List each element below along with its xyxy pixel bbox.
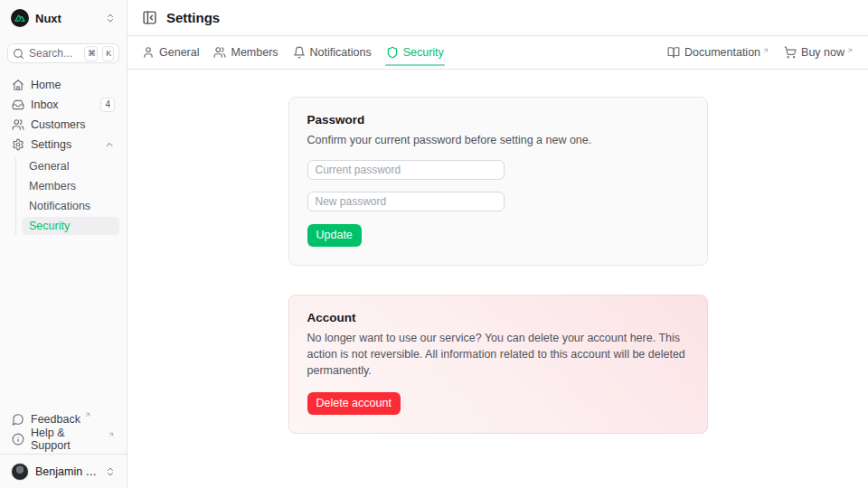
sidebar-item-label: Settings — [31, 138, 71, 151]
search-input[interactable] — [29, 47, 80, 60]
sidebar-item-label: Customers — [31, 118, 85, 131]
main-area: Settings General Members — [127, 0, 868, 488]
kbd-cmd: ⌘ — [84, 46, 98, 61]
help-support-link[interactable]: Help & Support — [7, 430, 119, 448]
sidebar-item-members[interactable]: Members — [22, 177, 119, 195]
sidebar-item-label: Notifications — [29, 200, 90, 212]
tab-general[interactable]: General — [142, 36, 199, 69]
delete-account-button[interactable]: Delete account — [307, 392, 401, 415]
account-card-title: Account — [307, 311, 689, 324]
tab-label: General — [159, 46, 199, 59]
team-name: Nuxt — [35, 12, 61, 25]
kbd-k: K — [102, 46, 114, 61]
inbox-count-badge: 4 — [100, 98, 115, 112]
account-card-description: No longer want to use our service? You c… — [307, 330, 689, 379]
shopping-cart-icon — [784, 46, 797, 59]
buy-now-link[interactable]: Buy now — [784, 46, 854, 59]
page-title: Settings — [166, 10, 220, 25]
tab-members[interactable]: Members — [213, 36, 278, 69]
info-icon — [12, 433, 24, 446]
footer-link-label: Help & Support — [31, 427, 104, 452]
message-circle-icon — [12, 413, 24, 426]
sidebar-item-label: Members — [29, 180, 76, 192]
chevron-up-icon — [104, 139, 115, 150]
chevrons-up-down-icon — [105, 13, 116, 23]
sidebar: Nuxt ⌘ K Home Inbo — [0, 0, 127, 488]
current-password-field[interactable] — [307, 160, 505, 180]
user-menu[interactable]: Benjamin Canac — [7, 455, 119, 488]
book-open-icon — [667, 46, 680, 59]
settings-subnav: General Members Notifications Security — [15, 157, 119, 235]
panel-left-close-icon[interactable] — [142, 10, 157, 25]
external-link-icon — [108, 431, 115, 438]
new-password-field[interactable] — [307, 192, 505, 211]
sidebar-item-notifications[interactable]: Notifications — [22, 197, 119, 215]
tab-security[interactable]: Security — [386, 36, 444, 69]
account-card: Account No longer want to use our servic… — [288, 295, 708, 433]
sidebar-item-label: Home — [31, 79, 61, 91]
password-card-description: Confirm your current password before set… — [307, 132, 689, 148]
tab-bar: General Members Notifications — [127, 36, 868, 70]
sidebar-item-inbox[interactable]: Inbox 4 — [7, 96, 119, 114]
gear-icon — [12, 138, 24, 151]
nuxt-logo-icon — [11, 9, 29, 27]
documentation-link[interactable]: Documentation — [667, 46, 769, 59]
sidebar-item-label: Inbox — [31, 99, 59, 111]
sidebar-item-general[interactable]: General — [22, 157, 119, 175]
external-link-icon — [846, 47, 854, 54]
chevrons-up-down-icon — [105, 466, 116, 477]
header-link-label: Buy now — [801, 46, 844, 59]
sidebar-item-label: General — [29, 160, 69, 173]
header-links: Documentation Buy now — [667, 46, 854, 59]
sidebar-item-security[interactable]: Security — [22, 217, 119, 235]
users-icon — [12, 118, 24, 131]
user-name: Benjamin Canac — [35, 465, 99, 478]
app-window: Nuxt ⌘ K Home Inbo — [0, 0, 868, 488]
sidebar-item-label: Security — [29, 220, 70, 232]
user-icon — [142, 46, 155, 59]
bell-icon — [293, 46, 306, 59]
tabs: General Members Notifications — [142, 36, 444, 69]
tab-label: Members — [231, 46, 278, 59]
search-icon — [13, 48, 24, 60]
tab-label: Notifications — [310, 46, 372, 59]
feedback-link[interactable]: Feedback — [7, 410, 119, 428]
sidebar-footer: Feedback Help & Support — [7, 410, 119, 454]
tab-notifications[interactable]: Notifications — [293, 36, 372, 69]
inbox-icon — [12, 99, 24, 111]
sidebar-item-customers[interactable]: Customers — [7, 116, 119, 134]
home-icon — [12, 79, 24, 91]
page-header: Settings — [127, 0, 868, 36]
external-link-icon — [762, 47, 769, 54]
avatar — [11, 463, 29, 481]
search-box[interactable]: ⌘ K — [7, 43, 119, 63]
shield-icon — [386, 46, 399, 59]
sidebar-nav: Home Inbox 4 Customers Settings — [7, 76, 119, 235]
settings-security-content: Password Confirm your current password b… — [127, 70, 868, 488]
password-card: Password Confirm your current password b… — [288, 97, 708, 266]
users-icon — [213, 46, 226, 59]
header-link-label: Documentation — [684, 46, 760, 59]
team-selector[interactable]: Nuxt — [7, 0, 119, 36]
password-card-title: Password — [307, 113, 689, 127]
external-link-icon — [84, 411, 91, 418]
sidebar-item-settings[interactable]: Settings — [7, 136, 119, 154]
sidebar-item-home[interactable]: Home — [7, 76, 119, 94]
footer-link-label: Feedback — [31, 413, 80, 426]
tab-label: Security — [403, 46, 444, 59]
update-password-button[interactable]: Update — [307, 224, 362, 247]
